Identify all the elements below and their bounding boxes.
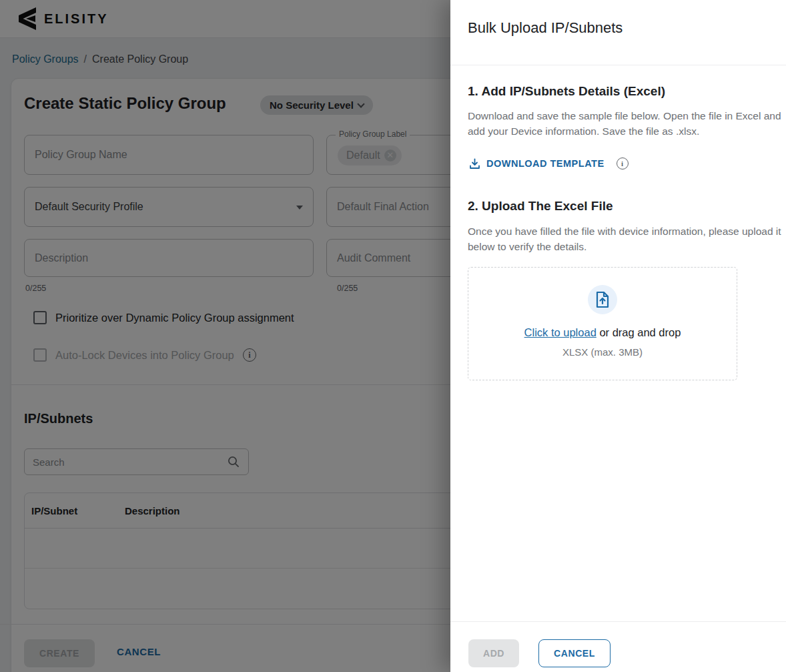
upload-hint: XLSX (max. 3MB) <box>468 346 737 358</box>
file-upload-icon <box>595 291 610 308</box>
download-template-button[interactable]: DOWNLOAD TEMPLATE <box>469 158 605 170</box>
step1-body: Download and save the sample file below.… <box>468 108 784 139</box>
download-template-row: DOWNLOAD TEMPLATE i <box>469 157 629 170</box>
drawer-footer-divider <box>450 621 786 622</box>
step1-heading: 1. Add IP/Subnets Details (Excel) <box>468 84 665 99</box>
step2-body: Once you have filled the file with devic… <box>468 224 784 254</box>
drag-drop-text: or drag and drop <box>597 326 681 338</box>
bulk-upload-drawer: Bulk Upload IP/Subnets 1. Add IP/Subnets… <box>450 0 786 672</box>
drawer-title: Bulk Upload IP/Subnets <box>468 19 623 37</box>
add-button[interactable]: ADD <box>468 639 519 667</box>
screen: ELISITY Policy Groups/Create Policy Grou… <box>0 0 786 672</box>
step2-heading: 2. Upload The Excel File <box>468 199 613 214</box>
drawer-cancel-button[interactable]: CANCEL <box>538 639 611 667</box>
download-template-label: DOWNLOAD TEMPLATE <box>486 158 605 169</box>
upload-dropzone[interactable]: Click to upload or drag and drop XLSX (m… <box>468 267 737 380</box>
drawer-header-divider <box>450 65 786 65</box>
info-icon[interactable]: i <box>617 157 629 170</box>
download-icon <box>469 158 480 170</box>
click-to-upload-link[interactable]: Click to upload <box>524 326 597 338</box>
upload-icon-circle <box>588 285 617 314</box>
